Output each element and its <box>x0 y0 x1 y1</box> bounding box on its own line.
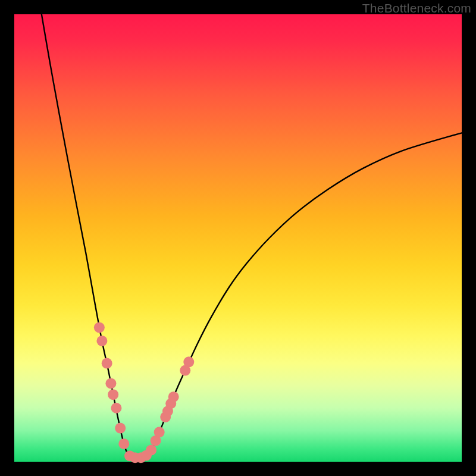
data-bead <box>96 336 107 346</box>
data-bead <box>146 444 156 455</box>
bottleneck-curve <box>42 14 462 458</box>
curve-svg <box>14 14 462 462</box>
outer-frame: TheBottleneck.com <box>0 0 476 476</box>
data-bead <box>183 356 194 367</box>
data-bead <box>94 322 105 333</box>
data-bead <box>168 392 179 402</box>
data-bead <box>154 427 165 437</box>
data-bead <box>102 358 112 369</box>
bead-group <box>94 322 194 463</box>
data-bead <box>108 389 118 400</box>
watermark-text: TheBottleneck.com <box>362 1 471 15</box>
plot-area <box>14 14 462 462</box>
data-bead <box>105 378 116 389</box>
data-bead <box>118 439 129 449</box>
data-bead <box>115 423 126 434</box>
data-bead <box>111 403 121 414</box>
